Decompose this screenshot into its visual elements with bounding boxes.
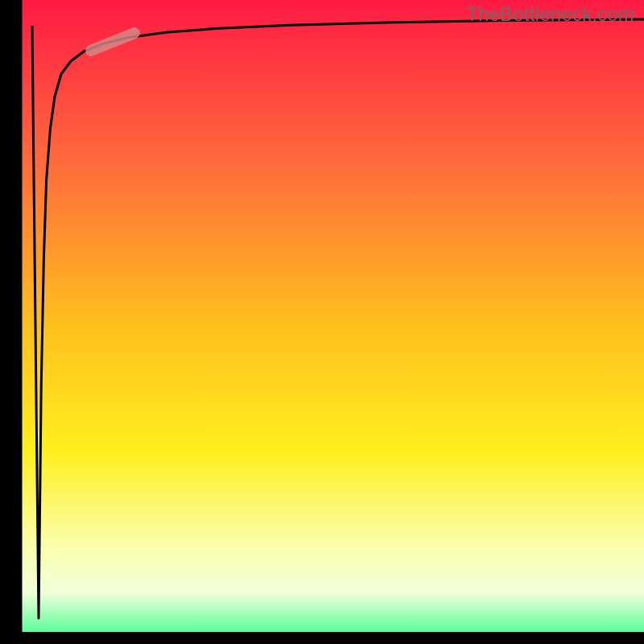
chart-container: TheBottleneck.com <box>0 0 644 644</box>
watermark-text: TheBottleneck.com <box>466 3 634 26</box>
bottleneck-chart <box>0 0 644 644</box>
gradient-background <box>0 0 644 644</box>
